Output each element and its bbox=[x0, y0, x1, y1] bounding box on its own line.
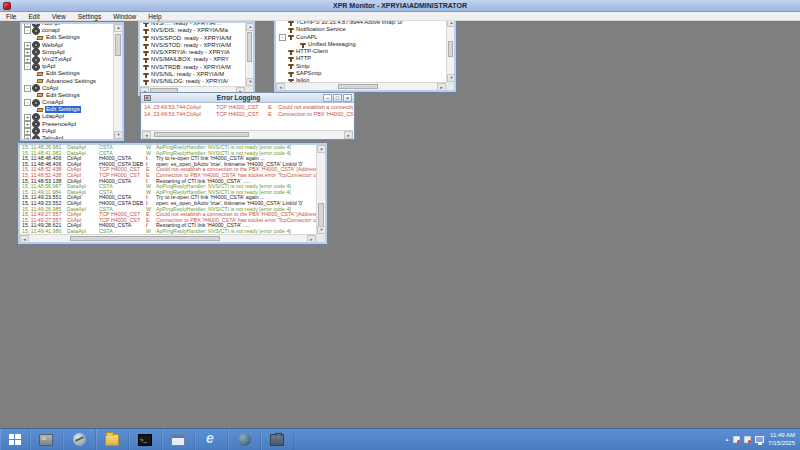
globe-icon[interactable] bbox=[228, 429, 261, 450]
tree-item[interactable]: - CmaApl bbox=[24, 99, 113, 106]
notification-tray-icon[interactable] bbox=[733, 436, 740, 443]
tree-item[interactable]: Edit Settings bbox=[24, 92, 113, 99]
nvs-status-item[interactable]: NVS/SPOD: ready - XPRYIA/M bbox=[143, 35, 245, 42]
network-icon[interactable] bbox=[755, 436, 764, 443]
expand-toggle-icon[interactable]: - bbox=[279, 34, 286, 41]
protocol-item[interactable]: Unified Messaging bbox=[279, 41, 446, 48]
toolbox-icon[interactable] bbox=[261, 429, 294, 450]
tree-item-label: conapl bbox=[41, 27, 61, 34]
tree-item[interactable]: Advanced Settings bbox=[24, 78, 113, 85]
scroll-up-icon[interactable]: ▲ bbox=[246, 23, 255, 31]
menu-view[interactable]: View bbox=[46, 12, 72, 21]
scroll-down-icon[interactable]: ▼ bbox=[246, 78, 255, 86]
scrollbar-thumb[interactable] bbox=[247, 32, 252, 62]
expand-toggle-icon[interactable]: + bbox=[24, 135, 31, 139]
expand-toggle-icon[interactable]: - bbox=[24, 27, 31, 34]
protocol-item[interactable]: Smtp bbox=[279, 63, 446, 70]
protocol-item[interactable]: HTTP-Client bbox=[279, 48, 446, 55]
taskbar-clock[interactable]: 11:49 AM 7/15/2025 bbox=[768, 432, 795, 447]
scrollbar-thumb[interactable] bbox=[338, 84, 378, 89]
scroll-down-icon[interactable]: ▼ bbox=[317, 226, 326, 234]
file-explorer-icon[interactable] bbox=[96, 429, 129, 450]
nvs-status-item[interactable]: NVS/STOD: ready - XPRYIA/M bbox=[143, 42, 245, 49]
vertical-scrollbar[interactable]: ▲ ▼ bbox=[316, 145, 325, 234]
scroll-up-icon[interactable]: ▲ bbox=[317, 145, 326, 153]
scroll-up-icon[interactable]: ▲ bbox=[114, 24, 123, 32]
scroll-down-icon[interactable]: ▼ bbox=[447, 74, 456, 82]
tree-item[interactable]: + PresenceApl bbox=[24, 121, 113, 128]
horizontal-scrollbar[interactable]: ◄ ► bbox=[142, 130, 353, 138]
expand-toggle-icon[interactable]: + bbox=[24, 49, 31, 56]
protocol-item[interactable]: - ConAPL bbox=[279, 34, 446, 41]
vertical-scrollbar[interactable]: ▲ ▼ bbox=[113, 24, 122, 139]
nvs-status-item[interactable]: NVS/MAILBOX: ready - XPRY bbox=[143, 56, 245, 63]
tree-item[interactable]: Edit Settings bbox=[24, 70, 113, 77]
menu-window[interactable]: Window bbox=[107, 12, 142, 21]
scroll-up-icon[interactable]: ▲ bbox=[447, 21, 456, 27]
protocol-item[interactable]: HTTP bbox=[279, 55, 446, 62]
protocol-item[interactable]: Notification Service bbox=[279, 26, 446, 33]
scroll-left-icon[interactable]: ◄ bbox=[20, 235, 29, 243]
nvs-status-item[interactable]: NVS/DIS: ready - XPRYIA/Ma bbox=[143, 27, 245, 34]
tree-item[interactable]: + LdapApl bbox=[24, 113, 113, 120]
app-titlebar[interactable]: XPR Monitor - XPRYIA\ADMINISTRATOR bbox=[0, 0, 800, 12]
tree-item[interactable]: - ipApl bbox=[24, 63, 113, 70]
menu-help[interactable]: Help bbox=[142, 12, 167, 21]
scroll-right-icon[interactable]: ► bbox=[307, 235, 316, 243]
nvs-status-item[interactable]: NVS/NILOG: ready - XPRYIA/ bbox=[143, 78, 245, 85]
menu-edit[interactable]: Edit bbox=[22, 12, 45, 21]
expand-toggle-icon[interactable]: + bbox=[24, 114, 31, 121]
scroll-down-icon[interactable]: ▼ bbox=[114, 131, 123, 139]
tree-item[interactable]: + TelmApl bbox=[24, 135, 113, 139]
expand-toggle-icon[interactable]: - bbox=[24, 99, 31, 106]
close-button[interactable]: × bbox=[343, 94, 352, 102]
scrollbar-thumb[interactable] bbox=[154, 132, 249, 137]
tree-item[interactable]: - conapl bbox=[24, 27, 113, 34]
horizontal-scrollbar[interactable]: ◄ ► bbox=[276, 82, 446, 90]
scroll-left-icon[interactable]: ◄ bbox=[276, 83, 285, 91]
horizontal-scrollbar[interactable]: ◄ ► bbox=[20, 234, 316, 242]
scrollbar-thumb[interactable] bbox=[115, 34, 121, 56]
scroll-left-icon[interactable]: ◄ bbox=[142, 131, 151, 139]
node-icon bbox=[33, 42, 39, 48]
nvs-status-item[interactable]: NVS/NIL: ready - XPRYIA/M bbox=[143, 71, 245, 78]
scrollbar-thumb[interactable] bbox=[448, 41, 453, 57]
scrollbar-thumb[interactable] bbox=[318, 203, 324, 227]
menu-file[interactable]: File bbox=[0, 12, 22, 21]
tree-item[interactable]: + FiApl bbox=[24, 128, 113, 135]
tree-item[interactable]: - CtiApl bbox=[24, 85, 113, 92]
show-hidden-icons-chevron[interactable]: ▲ bbox=[725, 437, 729, 442]
tree-item[interactable]: + WebApl bbox=[24, 42, 113, 49]
minimize-button[interactable]: – bbox=[323, 94, 332, 102]
expand-toggle-icon[interactable]: - bbox=[24, 85, 31, 92]
start-button[interactable] bbox=[0, 429, 30, 450]
expand-toggle-icon[interactable]: + bbox=[24, 42, 31, 49]
error-log-row[interactable]: 14, 23:49:53.744 CtiApl TCP H4000_CST E … bbox=[144, 111, 353, 118]
expand-toggle-icon[interactable]: + bbox=[24, 128, 31, 135]
xpr-app-icon[interactable] bbox=[63, 429, 96, 450]
scroll-right-icon[interactable]: ► bbox=[437, 83, 446, 91]
scrollbar-thumb[interactable] bbox=[70, 236, 220, 241]
protocol-item[interactable]: SAPSmtp bbox=[279, 70, 446, 77]
menu-settings[interactable]: Settings bbox=[72, 12, 108, 21]
tree-item[interactable]: + SmtpApl bbox=[24, 49, 113, 56]
server-manager-icon[interactable] bbox=[30, 429, 63, 450]
expand-toggle-icon[interactable]: + bbox=[24, 56, 31, 63]
tree-item[interactable]: + Vm2TxtApl bbox=[24, 56, 113, 63]
error-log-row[interactable]: 14, 23:49:53.744 CtiApl TCP H4000_CST E … bbox=[144, 104, 353, 111]
tree-item[interactable]: Edit Settings bbox=[24, 34, 113, 41]
scroll-right-icon[interactable]: ► bbox=[344, 131, 353, 139]
nvs-status-item[interactable]: NVS/XPRYIA: ready - XPRYIA bbox=[143, 49, 245, 56]
alert-tray-icon[interactable] bbox=[744, 436, 751, 443]
vertical-scrollbar[interactable]: ▲ ▼ bbox=[446, 21, 454, 82]
nvs-status-item[interactable]: NVS/TRDB: ready - XPRYIA/M bbox=[143, 64, 245, 71]
restore-button[interactable]: □ bbox=[333, 94, 342, 102]
expand-toggle-icon[interactable]: + bbox=[24, 121, 31, 128]
tree-item[interactable]: Edit Settings bbox=[24, 106, 113, 113]
system-window-icon[interactable] bbox=[162, 429, 195, 450]
internet-explorer-icon[interactable] bbox=[195, 429, 228, 450]
expand-toggle-icon[interactable]: - bbox=[24, 63, 31, 70]
command-prompt-icon[interactable] bbox=[129, 429, 162, 450]
vertical-scrollbar[interactable]: ▲ ▼ bbox=[245, 23, 253, 86]
error-window-titlebar[interactable]: Error Logging – □ × bbox=[141, 93, 354, 103]
